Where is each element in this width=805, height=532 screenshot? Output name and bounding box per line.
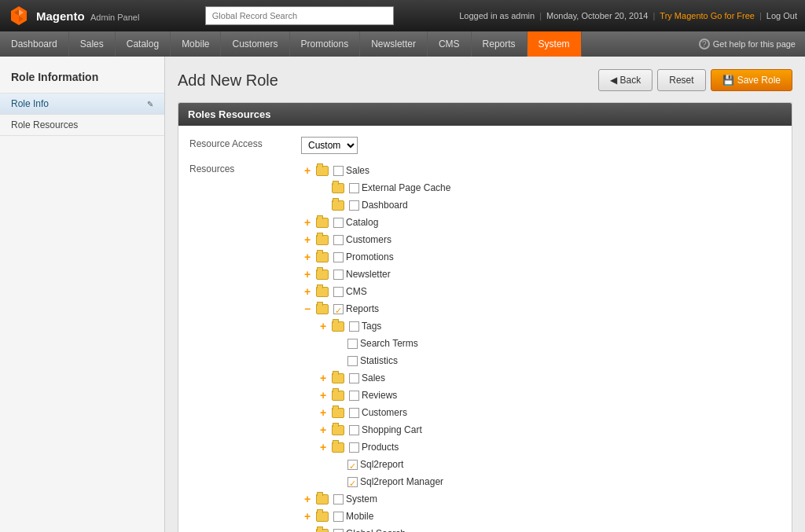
expand-cms[interactable]: + (301, 285, 314, 298)
checkbox-statistics[interactable] (347, 356, 358, 366)
folder-icon-newsletter (316, 270, 329, 280)
label-customers-report: Customers (362, 405, 407, 420)
expand-mobile[interactable]: + (301, 510, 314, 523)
folder-icon-cms (316, 287, 329, 297)
expand-tags[interactable]: + (317, 320, 329, 332)
global-search-input[interactable] (205, 6, 394, 25)
tree-node-global-search: + Global Search (301, 525, 450, 532)
label-statistics: Statistics (360, 354, 398, 368)
checkbox-dashboard[interactable] (349, 200, 359, 211)
checkbox-tags[interactable] (349, 321, 359, 332)
save-role-button[interactable]: 💾 Save Role (711, 69, 792, 91)
folder-icon-products (332, 442, 344, 453)
expand-customers-top[interactable]: + (301, 233, 314, 246)
label-sales-report: Sales (362, 371, 385, 385)
checkbox-global-search[interactable] (333, 529, 344, 533)
tree-node-customers-report: + Customers (301, 404, 450, 421)
label-newsletter: Newsletter (346, 267, 391, 281)
label-dashboard: Dashboard (362, 198, 408, 212)
header-buttons: ◀ Back Reset 💾 Save Role (598, 69, 792, 91)
page-title: Add New Role (178, 72, 278, 90)
tree-node-sql2report: + Sql2report (301, 456, 450, 473)
checkbox-reviews[interactable] (349, 391, 359, 401)
tree-node-catalog: + Catalog (301, 214, 450, 231)
magento-logo-icon (8, 5, 30, 27)
reset-button[interactable]: Reset (657, 69, 705, 91)
label-external-cache: External Page Cache (362, 181, 450, 195)
expand-catalog[interactable]: + (301, 216, 314, 229)
checkbox-customers-report[interactable] (349, 408, 359, 418)
tree-node-sales-report: + Sales (301, 369, 450, 387)
main-content: Add New Role ◀ Back Reset 💾 Save Role Ro… (165, 57, 805, 532)
tree-node-cms: + CMS (301, 283, 450, 300)
nav-newsletter[interactable]: Newsletter (360, 31, 428, 57)
expand-products[interactable]: + (317, 441, 329, 453)
tree-node-mobile: + Mobile (301, 508, 450, 525)
checkbox-cms[interactable] (333, 287, 344, 297)
checkbox-catalog[interactable] (333, 218, 344, 228)
roles-panel-header: Roles Resources (178, 103, 792, 126)
resource-access-control: Custom All (301, 137, 358, 154)
logout-link[interactable]: Log Out (766, 11, 797, 20)
checkbox-sales-report[interactable] (349, 373, 359, 383)
checkbox-system[interactable] (333, 494, 344, 504)
try-magento-link[interactable]: Try Magento Go for Free (660, 11, 755, 20)
checkbox-reports[interactable] (333, 304, 344, 314)
expand-sales-report[interactable]: + (317, 372, 329, 384)
back-button[interactable]: ◀ Back (598, 69, 653, 91)
checkbox-sql2report[interactable] (347, 460, 358, 470)
resources-label: Resources (189, 162, 292, 174)
nav-reports[interactable]: Reports (472, 31, 527, 57)
nav-catalog[interactable]: Catalog (116, 31, 171, 57)
resource-access-select[interactable]: Custom All (301, 137, 358, 154)
logged-in-text: Logged in as admin (459, 11, 535, 20)
checkbox-sql2report-manager[interactable] (347, 477, 358, 487)
checkbox-search-terms[interactable] (347, 339, 358, 349)
resource-access-label: Resource Access (189, 137, 292, 149)
nav-system[interactable]: System (527, 31, 582, 57)
expand-reports[interactable]: − (301, 303, 314, 315)
nav-customers[interactable]: Customers (221, 31, 289, 57)
checkbox-shopping-cart[interactable] (349, 425, 359, 435)
checkbox-customers-top[interactable] (333, 235, 344, 245)
sidebar-item-role-resources[interactable]: Role Resources (0, 114, 164, 136)
checkbox-promotions[interactable] (333, 252, 344, 262)
nav-mobile[interactable]: Mobile (171, 31, 221, 57)
expand-promotions[interactable]: + (301, 251, 314, 263)
expand-customers-report[interactable]: + (317, 406, 329, 419)
user-info: Logged in as admin | Monday, October 20,… (459, 11, 797, 20)
sidebar-item-role-info[interactable]: Role Info ✎ (0, 93, 164, 114)
checkbox-products[interactable] (349, 442, 359, 453)
nav-sales[interactable]: Sales (69, 31, 116, 57)
checkbox-sales-top[interactable] (333, 166, 344, 176)
expand-newsletter[interactable]: + (301, 268, 314, 281)
checkbox-external-cache[interactable] (349, 183, 359, 193)
sidebar-item-role-info-label: Role Info (11, 98, 49, 109)
expand-sales-top[interactable]: + (301, 164, 314, 177)
label-sales-top: Sales (346, 163, 369, 178)
folder-icon-mobile (316, 512, 329, 522)
nav-cms[interactable]: CMS (428, 31, 472, 57)
resources-row: Resources + Sales + (189, 162, 781, 532)
help-icon: ? (699, 39, 710, 50)
nav-promotions[interactable]: Promotions (290, 31, 361, 57)
top-bar: Magento Admin Panel Logged in as admin |… (0, 0, 805, 31)
expand-system[interactable]: + (301, 493, 314, 505)
logo-area: Magento Admin Panel (8, 5, 139, 27)
label-reports: Reports (346, 302, 379, 316)
label-customers-top: Customers (346, 233, 391, 247)
tree-node-reports: − Reports (301, 300, 450, 317)
checkbox-newsletter[interactable] (333, 270, 344, 280)
folder-icon-shopping-cart (332, 425, 344, 435)
folder-icon-external-cache (332, 183, 344, 193)
nav-dashboard[interactable]: Dashboard (0, 31, 69, 57)
tree-node-external-cache: + External Page Cache (301, 179, 450, 196)
tree-node-tags: + Tags (301, 317, 450, 335)
folder-icon-catalog (316, 218, 329, 228)
roles-panel-title: Roles Resources (188, 108, 271, 120)
folder-icon-tags (332, 321, 344, 332)
expand-reviews[interactable]: + (317, 389, 329, 402)
checkbox-mobile[interactable] (333, 512, 344, 522)
expand-shopping-cart[interactable]: + (317, 424, 329, 436)
tree-node-customers-top: + Customers (301, 231, 450, 248)
